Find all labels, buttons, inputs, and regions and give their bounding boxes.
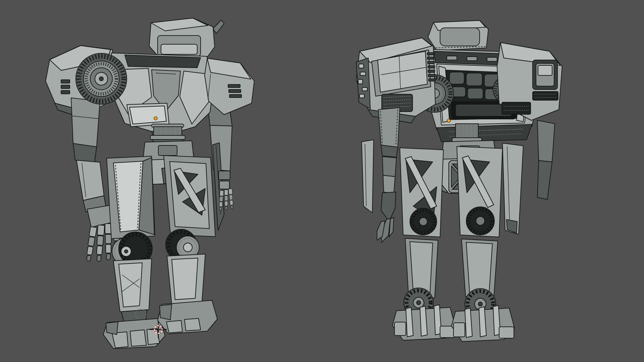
object-origin-icon [447, 119, 450, 122]
3d-cursor-icon [150, 321, 167, 338]
viewport-overlays [0, 0, 644, 362]
object-origin-icon [154, 117, 157, 120]
3d-viewport[interactable] [0, 0, 644, 362]
